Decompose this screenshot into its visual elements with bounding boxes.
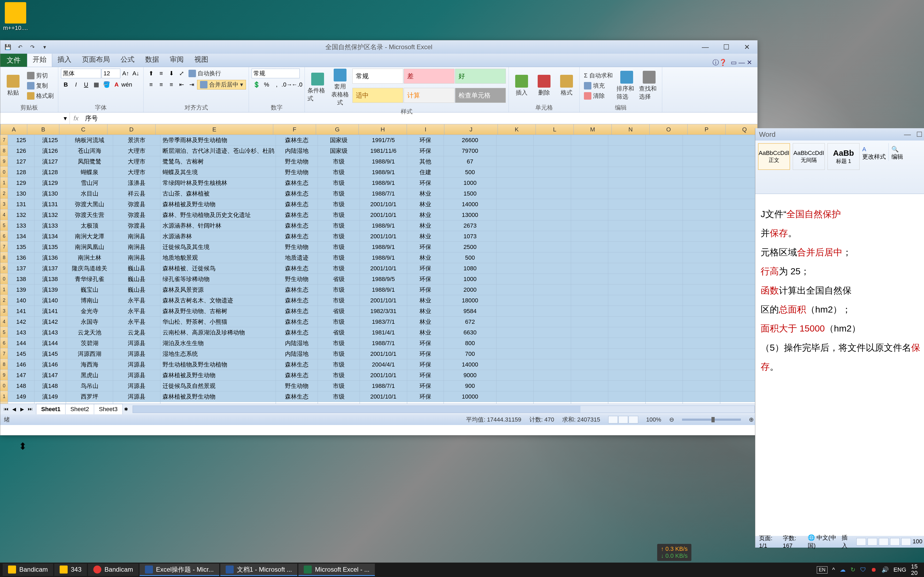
cell[interactable] — [534, 338, 571, 348]
cell[interactable]: 林业 — [407, 231, 444, 242]
cell[interactable] — [571, 231, 609, 242]
cell[interactable] — [646, 156, 683, 167]
cell[interactable]: 大理市 — [113, 167, 160, 177]
cell[interactable]: 环保 — [407, 370, 444, 380]
cell[interactable]: 1988/9/1 — [360, 156, 407, 167]
cell[interactable]: 森林植被、迁徙候鸟 — [160, 263, 276, 274]
cell[interactable] — [646, 199, 683, 210]
cell[interactable] — [720, 295, 758, 306]
cell[interactable]: 森林生态 — [276, 306, 318, 317]
cell[interactable] — [571, 135, 609, 146]
cell[interactable]: 2001/10/1 — [360, 370, 407, 380]
cell[interactable] — [571, 338, 609, 348]
tab-insert[interactable]: 插入 — [52, 52, 77, 67]
cell[interactable]: 1981/11/6 — [360, 146, 407, 156]
sheet-prev-button[interactable]: ◀ — [10, 406, 18, 413]
row-header[interactable]: 4 — [0, 317, 8, 327]
cell[interactable] — [720, 167, 758, 177]
sheet-tab-sheet3[interactable]: Sheet3 — [94, 404, 123, 414]
col-header-F[interactable]: F — [273, 124, 316, 135]
cell[interactable]: 2001/10/1 — [360, 295, 407, 306]
cell[interactable] — [496, 263, 534, 274]
cell[interactable] — [608, 274, 646, 285]
cell[interactable]: 滇129 — [34, 177, 66, 188]
cell[interactable]: 130 — [8, 188, 34, 199]
cell[interactable] — [571, 253, 609, 263]
cell[interactable] — [534, 317, 571, 327]
cell[interactable]: 滇149 — [34, 392, 66, 402]
cell[interactable] — [646, 221, 683, 231]
table-row[interactable]: 1139滇139巍宝山巍山县森林及风景资源森林生态市级1988/9/1环保200… — [0, 285, 758, 295]
close-button[interactable]: ✕ — [737, 40, 758, 54]
border-button[interactable]: ▦ — [91, 80, 101, 89]
cell[interactable] — [608, 199, 646, 210]
cell[interactable] — [646, 167, 683, 177]
cell[interactable] — [534, 231, 571, 242]
cell[interactable] — [646, 274, 683, 285]
desktop-shortcut[interactable]: m++10.... — [2, 2, 29, 32]
style-good[interactable]: 好 — [455, 69, 506, 84]
cell[interactable]: 华山松、野茶树、小熊猫 — [160, 317, 276, 327]
cell[interactable]: 洱源县 — [113, 348, 160, 359]
delete-cells-button[interactable]: 删除 — [534, 69, 554, 103]
row-header[interactable]: 4 — [0, 210, 8, 221]
table-row[interactable]: 4142滇142永国寺永平县华山松、野茶树、小熊猫森林生态市级1983/7/1林… — [0, 317, 758, 327]
cell[interactable]: 国家级 — [318, 146, 360, 156]
new-sheet-button[interactable]: ✱ — [123, 406, 130, 413]
cell[interactable]: 省级 — [318, 306, 360, 317]
cell[interactable]: 省级 — [318, 327, 360, 338]
cell[interactable]: 市级 — [318, 338, 360, 348]
formula-input[interactable] — [82, 114, 758, 122]
cell[interactable] — [496, 242, 534, 253]
cell[interactable]: 森林生态 — [276, 392, 318, 402]
word-style-nospace[interactable]: AaBbCcDdI无间隔 — [793, 143, 825, 170]
cell[interactable]: 云龙县 — [113, 327, 160, 338]
cell[interactable]: 迁徙候鸟及其生境 — [160, 242, 276, 253]
cell[interactable] — [571, 327, 609, 338]
cell[interactable]: 1991/7/5 — [360, 135, 407, 146]
cell[interactable]: 2001/10/1 — [360, 210, 407, 221]
cell[interactable] — [496, 370, 534, 380]
cell[interactable]: 500 — [444, 253, 496, 263]
cell[interactable]: 市级 — [318, 210, 360, 221]
cell[interactable]: 2001/10/1 — [360, 263, 407, 274]
word-view-read[interactable] — [867, 538, 877, 545]
cell[interactable] — [571, 402, 609, 404]
cell[interactable]: 6630 — [444, 327, 496, 338]
cell[interactable]: 水源涵养林 — [160, 231, 276, 242]
clear-button[interactable]: 清除 — [582, 91, 614, 100]
sort-filter-button[interactable]: 排序和筛选 — [617, 69, 637, 103]
cell[interactable]: 野生动物 — [276, 156, 318, 167]
cell[interactable]: 水目山 — [66, 188, 113, 199]
cell[interactable]: 市级 — [318, 221, 360, 231]
undo-button[interactable]: ↶ — [15, 42, 25, 52]
cell[interactable] — [608, 295, 646, 306]
cell[interactable]: 1988/9/1 — [360, 285, 407, 295]
row-header[interactable]: 1 — [0, 392, 8, 402]
currency-button[interactable]: 💲 — [252, 80, 261, 89]
cell[interactable] — [683, 177, 720, 188]
cell[interactable]: 海西海 — [66, 359, 113, 370]
cell[interactable]: 滇137 — [34, 263, 66, 274]
cell[interactable]: 2000 — [444, 285, 496, 295]
sheet-tab-sheet1[interactable]: Sheet1 — [36, 404, 66, 414]
cell[interactable]: 国家级 — [318, 135, 360, 146]
cell[interactable]: 9000 — [444, 370, 496, 380]
word-edit-button[interactable]: 🔍编辑 — [892, 146, 903, 161]
sheet-tab-sheet2[interactable]: Sheet2 — [65, 404, 94, 414]
cell[interactable]: 26600 — [444, 135, 496, 146]
cell[interactable]: 市级 — [318, 167, 360, 177]
cell[interactable] — [683, 359, 720, 370]
cell[interactable]: 大理市 — [113, 156, 160, 167]
cell[interactable]: 滇147 — [34, 370, 66, 380]
table-row[interactable]: 2140滇140博南山永平县森林及古树名木、文物遗迹森林生态市级2001/10/… — [0, 295, 758, 306]
cell[interactable]: 森林生态 — [276, 199, 318, 210]
cell[interactable] — [646, 392, 683, 402]
cell[interactable] — [534, 210, 571, 221]
cell[interactable] — [496, 380, 534, 392]
cell[interactable]: 林业 — [407, 188, 444, 199]
cell[interactable] — [720, 380, 758, 392]
cell[interactable] — [534, 156, 571, 167]
cell[interactable]: 150 — [8, 402, 34, 404]
indent-dec-button[interactable]: ⇤ — [177, 80, 186, 89]
